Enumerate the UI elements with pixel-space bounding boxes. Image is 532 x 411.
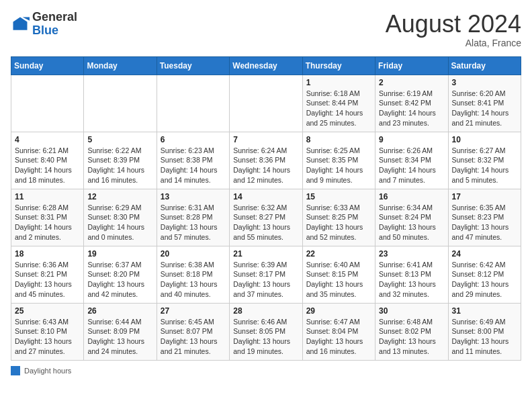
day-info: Sunrise: 6:44 AM Sunset: 8:09 PM Dayligh… [87,317,152,357]
day-number: 24 [452,249,517,259]
calendar-cell: 29Sunrise: 6:47 AM Sunset: 8:04 PM Dayli… [302,303,375,360]
day-of-week-header: Saturday [448,56,521,75]
calendar-cell: 30Sunrise: 6:48 AM Sunset: 8:02 PM Dayli… [375,303,448,360]
calendar-cell: 10Sunrise: 6:27 AM Sunset: 8:32 PM Dayli… [448,132,521,189]
day-number: 10 [452,135,517,144]
day-of-week-header: Wednesday [230,56,302,75]
calendar-cell: 27Sunrise: 6:45 AM Sunset: 8:07 PM Dayli… [157,303,229,360]
calendar-week-row: 18Sunrise: 6:36 AM Sunset: 8:21 PM Dayli… [11,246,521,303]
day-of-week-header: Thursday [302,56,375,75]
day-info: Sunrise: 6:37 AM Sunset: 8:20 PM Dayligh… [87,260,152,300]
calendar-cell: 26Sunrise: 6:44 AM Sunset: 8:09 PM Dayli… [84,303,157,360]
calendar-cell: 1Sunrise: 6:18 AM Sunset: 8:44 PM Daylig… [302,75,375,132]
calendar-cell: 15Sunrise: 6:33 AM Sunset: 8:25 PM Dayli… [302,189,375,246]
day-info: Sunrise: 6:19 AM Sunset: 8:42 PM Dayligh… [379,89,444,128]
calendar-cell: 21Sunrise: 6:39 AM Sunset: 8:17 PM Dayli… [230,246,302,303]
day-info: Sunrise: 6:47 AM Sunset: 8:04 PM Dayligh… [306,317,371,357]
calendar-cell: 6Sunrise: 6:23 AM Sunset: 8:38 PM Daylig… [157,132,229,189]
logo-icon [11,15,30,34]
day-info: Sunrise: 6:25 AM Sunset: 8:35 PM Dayligh… [306,146,371,185]
calendar-table: SundayMondayTuesdayWednesdayThursdayFrid… [11,56,521,361]
calendar-cell: 31Sunrise: 6:49 AM Sunset: 8:00 PM Dayli… [448,303,521,360]
day-info: Sunrise: 6:40 AM Sunset: 8:15 PM Dayligh… [306,260,371,300]
calendar-cell: 2Sunrise: 6:19 AM Sunset: 8:42 PM Daylig… [375,75,448,132]
calendar-cell: 14Sunrise: 6:32 AM Sunset: 8:27 PM Dayli… [230,189,302,246]
day-info: Sunrise: 6:26 AM Sunset: 8:34 PM Dayligh… [379,146,444,185]
calendar-cell: 24Sunrise: 6:42 AM Sunset: 8:12 PM Dayli… [448,246,521,303]
calendar-cell: 20Sunrise: 6:38 AM Sunset: 8:18 PM Dayli… [157,246,229,303]
day-number: 28 [233,306,298,316]
calendar-cell: 18Sunrise: 6:36 AM Sunset: 8:21 PM Dayli… [11,246,84,303]
calendar-cell: 16Sunrise: 6:34 AM Sunset: 8:24 PM Dayli… [375,189,448,246]
calendar-cell: 5Sunrise: 6:22 AM Sunset: 8:39 PM Daylig… [84,132,157,189]
day-number: 9 [379,135,444,144]
day-number: 18 [15,249,80,259]
day-info: Sunrise: 6:48 AM Sunset: 8:02 PM Dayligh… [379,317,444,357]
day-info: Sunrise: 6:27 AM Sunset: 8:32 PM Dayligh… [452,146,517,185]
svg-marker-0 [13,17,28,30]
legend-box [11,366,20,375]
calendar-cell: 13Sunrise: 6:31 AM Sunset: 8:28 PM Dayli… [157,189,229,246]
day-number: 8 [306,135,371,144]
day-info: Sunrise: 6:23 AM Sunset: 8:38 PM Dayligh… [161,146,226,185]
day-number: 20 [161,249,226,259]
legend: Daylight hours [11,366,521,375]
logo-blue-text: Blue [32,24,58,37]
day-number: 25 [15,306,80,316]
location-subtitle: Alata, France [386,38,521,48]
calendar-header-row: SundayMondayTuesdayWednesdayThursdayFrid… [11,56,521,75]
day-number: 5 [87,135,152,144]
day-info: Sunrise: 6:22 AM Sunset: 8:39 PM Dayligh… [87,146,152,185]
day-number: 19 [87,249,152,259]
calendar-cell: 7Sunrise: 6:24 AM Sunset: 8:36 PM Daylig… [230,132,302,189]
day-info: Sunrise: 6:18 AM Sunset: 8:44 PM Dayligh… [306,89,371,128]
day-number: 22 [306,249,371,259]
calendar-cell: 22Sunrise: 6:40 AM Sunset: 8:15 PM Dayli… [302,246,375,303]
day-number: 17 [452,192,517,201]
day-number: 16 [379,192,444,201]
day-number: 3 [452,78,517,87]
calendar-cell: 25Sunrise: 6:43 AM Sunset: 8:10 PM Dayli… [11,303,84,360]
day-number: 15 [306,192,371,201]
day-of-week-header: Friday [375,56,448,75]
calendar-cell: 11Sunrise: 6:28 AM Sunset: 8:31 PM Dayli… [11,189,84,246]
calendar-cell: 3Sunrise: 6:20 AM Sunset: 8:41 PM Daylig… [448,75,521,132]
day-number: 30 [379,306,444,316]
month-year-title: August 2024 [386,11,521,38]
calendar-week-row: 4Sunrise: 6:21 AM Sunset: 8:40 PM Daylig… [11,132,521,189]
day-number: 1 [306,78,371,87]
day-number: 29 [306,306,371,316]
day-number: 21 [233,249,298,259]
day-number: 11 [15,192,80,201]
day-number: 27 [161,306,226,316]
calendar-week-row: 25Sunrise: 6:43 AM Sunset: 8:10 PM Dayli… [11,303,521,360]
day-number: 14 [233,192,298,201]
calendar-cell: 17Sunrise: 6:35 AM Sunset: 8:23 PM Dayli… [448,189,521,246]
day-info: Sunrise: 6:49 AM Sunset: 8:00 PM Dayligh… [452,317,517,357]
day-number: 23 [379,249,444,259]
day-info: Sunrise: 6:35 AM Sunset: 8:23 PM Dayligh… [452,203,517,242]
calendar-cell [11,75,84,132]
day-info: Sunrise: 6:43 AM Sunset: 8:10 PM Dayligh… [15,317,80,357]
calendar-cell: 9Sunrise: 6:26 AM Sunset: 8:34 PM Daylig… [375,132,448,189]
calendar-cell: 28Sunrise: 6:46 AM Sunset: 8:05 PM Dayli… [230,303,302,360]
calendar-cell [157,75,229,132]
calendar-cell: 12Sunrise: 6:29 AM Sunset: 8:30 PM Dayli… [84,189,157,246]
calendar-cell: 8Sunrise: 6:25 AM Sunset: 8:35 PM Daylig… [302,132,375,189]
day-info: Sunrise: 6:33 AM Sunset: 8:25 PM Dayligh… [306,203,371,242]
legend-label: Daylight hours [24,367,71,375]
day-info: Sunrise: 6:31 AM Sunset: 8:28 PM Dayligh… [161,203,226,242]
day-of-week-header: Tuesday [157,56,229,75]
day-info: Sunrise: 6:36 AM Sunset: 8:21 PM Dayligh… [15,260,80,300]
day-info: Sunrise: 6:42 AM Sunset: 8:12 PM Dayligh… [452,260,517,300]
day-info: Sunrise: 6:21 AM Sunset: 8:40 PM Dayligh… [15,146,80,185]
page-header: General Blue August 2024 Alata, France [11,11,521,48]
day-number: 2 [379,78,444,87]
day-number: 13 [161,192,226,201]
day-info: Sunrise: 6:28 AM Sunset: 8:31 PM Dayligh… [15,203,80,242]
day-info: Sunrise: 6:41 AM Sunset: 8:13 PM Dayligh… [379,260,444,300]
day-of-week-header: Sunday [11,56,84,75]
day-info: Sunrise: 6:20 AM Sunset: 8:41 PM Dayligh… [452,89,517,128]
calendar-week-row: 1Sunrise: 6:18 AM Sunset: 8:44 PM Daylig… [11,75,521,132]
day-info: Sunrise: 6:32 AM Sunset: 8:27 PM Dayligh… [233,203,298,242]
